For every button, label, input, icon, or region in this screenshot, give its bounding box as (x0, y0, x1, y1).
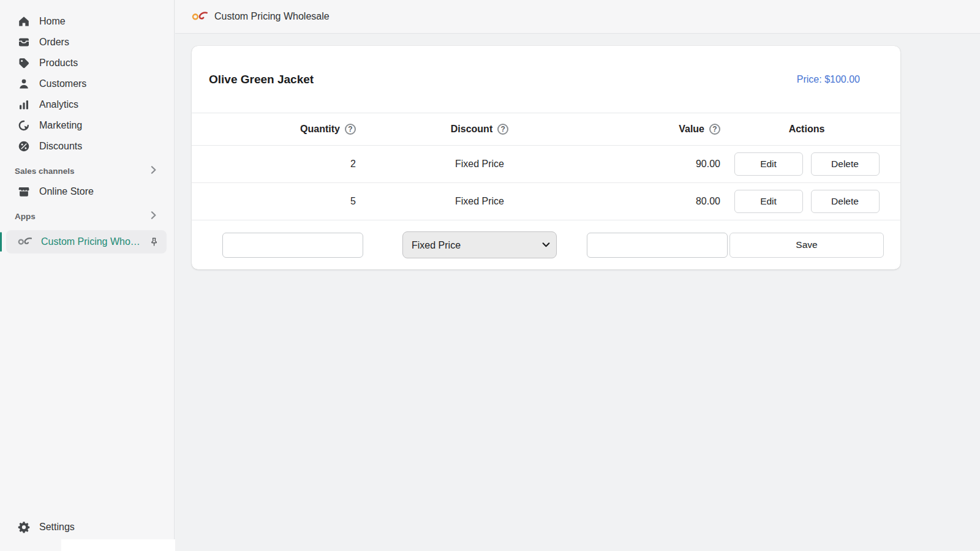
sidebar: Home Orders Products Customers Analytics (0, 0, 175, 551)
sidebar-item-orders[interactable]: Orders (0, 32, 174, 53)
main-content: Custom Pricing Wholesale Olive Green Jac… (175, 0, 980, 551)
table-row: 5 Fixed Price 80.00 Edit Delete (192, 182, 900, 220)
column-header-value: Value ? (679, 124, 728, 135)
sales-channels-header[interactable]: Sales channels (0, 157, 174, 181)
sidebar-item-discounts[interactable]: Discounts (0, 136, 174, 157)
customers-icon (18, 78, 30, 90)
edit-button[interactable]: Edit (734, 152, 803, 176)
card-header: Olive Green Jacket Price: $100.00 (192, 46, 900, 113)
row-actions: Edit Delete (734, 152, 880, 176)
sidebar-item-label: Online Store (39, 186, 94, 197)
discounts-icon (18, 140, 30, 152)
quantity-input[interactable] (222, 233, 363, 258)
sidebar-item-customers[interactable]: Customers (0, 73, 174, 94)
sidebar-item-label: Marketing (39, 120, 82, 131)
sidebar-item-settings[interactable]: Settings (0, 517, 174, 538)
product-title: Olive Green Jacket (209, 73, 314, 86)
active-indicator-bar (0, 232, 2, 252)
delete-button[interactable]: Delete (811, 152, 880, 176)
sidebar-item-label: Customers (39, 78, 86, 89)
sidebar-item-label: Products (39, 58, 78, 69)
chevron-right-icon (149, 211, 157, 221)
quantity-cell: 2 (350, 159, 363, 170)
sidebar-item-marketing[interactable]: Marketing (0, 115, 174, 136)
chevron-right-icon (149, 166, 157, 176)
value-cell: 80.00 (696, 196, 728, 207)
store-icon (18, 186, 30, 198)
marketing-icon (18, 119, 30, 132)
quantity-cell: 5 (350, 196, 363, 207)
orders-icon (18, 36, 30, 48)
custom-pricing-app-icon (18, 236, 32, 248)
analytics-icon (18, 99, 30, 111)
product-price: Price: $100.00 (797, 74, 860, 85)
home-icon (18, 15, 30, 28)
pin-icon[interactable] (149, 237, 159, 247)
sidebar-item-analytics[interactable]: Analytics (0, 94, 174, 115)
sidebar-item-label: Settings (39, 522, 75, 533)
sidebar-item-custom-pricing-wholesale[interactable]: Custom Pricing Whol... (6, 230, 167, 253)
sidebar-item-label: Orders (39, 37, 69, 48)
discount-type-select-wrap: Fixed Price (402, 231, 557, 258)
value-input[interactable] (587, 233, 728, 258)
custom-pricing-app-icon (192, 10, 208, 23)
discount-cell: Fixed Price (455, 159, 504, 170)
app-title: Custom Pricing Wholesale (214, 11, 330, 22)
sales-channels-label: Sales channels (15, 167, 75, 176)
gear-icon (18, 521, 30, 533)
row-actions: Edit Delete (734, 190, 880, 213)
column-header-actions: Actions (789, 124, 825, 135)
help-icon[interactable]: ? (345, 124, 356, 135)
table-header-row: Quantity ? Discount ? Value ? Actions (192, 113, 900, 145)
new-rule-form-row: Fixed Price Save (192, 220, 900, 269)
sidebar-item-home[interactable]: Home (0, 11, 174, 32)
sidebar-item-label: Analytics (39, 99, 78, 110)
sidebar-item-label: Discounts (39, 141, 82, 152)
discount-type-select[interactable]: Fixed Price (402, 231, 557, 258)
product-pricing-card: Olive Green Jacket Price: $100.00 Quanti… (192, 46, 900, 269)
sidebar-item-products[interactable]: Products (0, 53, 174, 73)
apps-header[interactable]: Apps (0, 202, 174, 227)
products-icon (18, 57, 30, 69)
value-cell: 90.00 (696, 159, 728, 170)
apps-label: Apps (15, 212, 36, 221)
delete-button[interactable]: Delete (811, 190, 880, 213)
link-preview-bar (61, 539, 175, 551)
sidebar-item-online-store[interactable]: Online Store (0, 181, 174, 202)
sidebar-item-label: Custom Pricing Whol... (41, 236, 140, 247)
column-header-discount: Discount ? (451, 124, 508, 135)
help-icon[interactable]: ? (497, 124, 508, 135)
sidebar-nav: Home Orders Products Customers Analytics (0, 0, 174, 253)
discount-cell: Fixed Price (455, 196, 504, 207)
column-header-quantity: Quantity ? (300, 124, 363, 135)
edit-button[interactable]: Edit (734, 190, 803, 213)
save-button[interactable]: Save (729, 233, 884, 258)
app-header: Custom Pricing Wholesale (175, 0, 980, 34)
table-row: 2 Fixed Price 90.00 Edit Delete (192, 145, 900, 182)
help-icon[interactable]: ? (709, 124, 720, 135)
sidebar-item-label: Home (39, 16, 66, 27)
